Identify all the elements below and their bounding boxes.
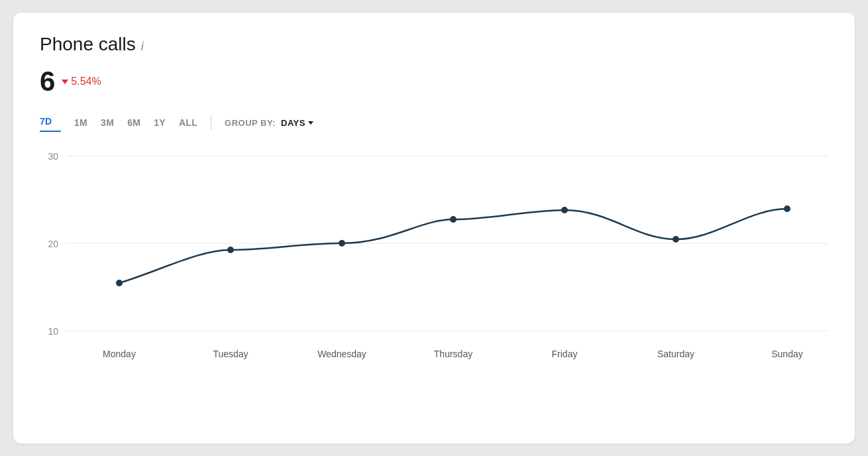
dot-wednesday — [339, 240, 345, 247]
group-by-value-text: DAYS — [281, 118, 305, 128]
line-chart: 30 20 10 Monday Tuesday Wednesday Thursd… — [40, 139, 828, 377]
filter-all-button[interactable]: ALL — [179, 115, 197, 131]
svg-text:20: 20 — [48, 239, 58, 249]
svg-text:Thursday: Thursday — [434, 349, 472, 359]
info-icon[interactable]: i — [141, 40, 144, 54]
metric-change: 5.54% — [62, 76, 101, 87]
active-underline — [40, 131, 61, 132]
dot-friday — [561, 207, 568, 213]
group-by-row: GROUP BY: DAYS — [225, 118, 313, 128]
dot-thursday — [450, 216, 457, 223]
dot-sunday — [784, 205, 790, 212]
svg-text:Monday: Monday — [103, 349, 136, 359]
dot-tuesday — [227, 247, 234, 253]
svg-text:Sunday: Sunday — [771, 349, 802, 359]
card-title: Phone calls — [40, 34, 136, 55]
svg-text:10: 10 — [48, 326, 58, 337]
group-by-selector[interactable]: DAYS — [281, 118, 313, 128]
svg-text:Tuesday: Tuesday — [213, 349, 248, 359]
group-by-label: GROUP BY: — [225, 118, 276, 128]
vertical-divider — [211, 115, 211, 130]
title-row: Phone calls i — [40, 34, 828, 55]
chevron-down-icon — [308, 121, 313, 125]
dot-monday — [116, 280, 123, 286]
filter-7d-wrapper: 7D — [40, 113, 61, 132]
metric-change-percent: 5.54% — [71, 76, 101, 87]
dot-saturday — [673, 236, 679, 243]
filter-1y-button[interactable]: 1Y — [154, 115, 166, 131]
svg-text:Wednesday: Wednesday — [317, 349, 366, 359]
phone-calls-card: Phone calls i 6 5.54% 7D 1M 3M 6M 1Y ALL… — [13, 13, 855, 443]
filter-6m-button[interactable]: 6M — [127, 115, 140, 131]
controls-row: 7D 1M 3M 6M 1Y ALL GROUP BY: DAYS — [40, 113, 828, 132]
svg-text:30: 30 — [48, 151, 58, 162]
trend-down-icon — [62, 80, 68, 84]
chart-area: 30 20 10 Monday Tuesday Wednesday Thursd… — [40, 139, 828, 377]
metric-row: 6 5.54% — [40, 66, 828, 97]
svg-text:Friday: Friday — [552, 349, 578, 359]
metric-value: 6 — [40, 66, 55, 97]
filter-7d-button[interactable]: 7D — [40, 113, 52, 129]
svg-text:Saturday: Saturday — [657, 349, 694, 359]
time-filters: 7D 1M 3M 6M 1Y ALL — [40, 113, 197, 132]
filter-3m-button[interactable]: 3M — [101, 115, 114, 131]
filter-1m-button[interactable]: 1M — [74, 115, 87, 131]
